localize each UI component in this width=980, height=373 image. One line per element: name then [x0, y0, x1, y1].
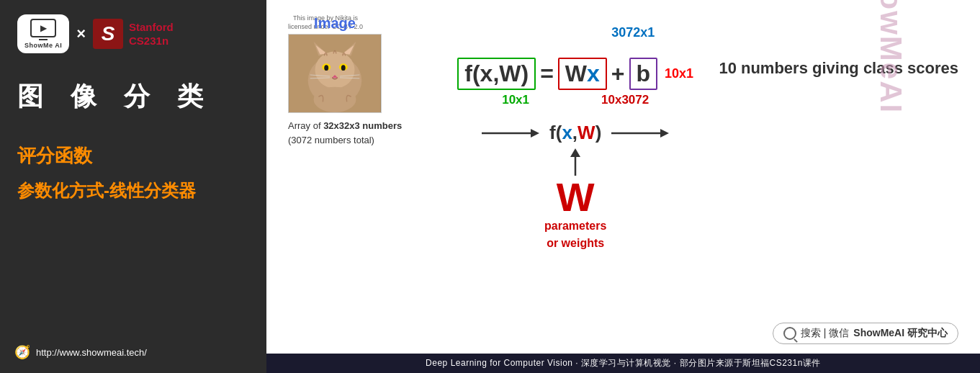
func-box: f(x,W) [539, 117, 611, 148]
svg-marker-22 [570, 148, 580, 157]
formula-Wx: Wx [558, 58, 607, 90]
formula-eq: = [540, 60, 554, 87]
formula-plus: + [611, 60, 625, 87]
flow-row: f(x,W) [482, 117, 669, 148]
arrow-up [568, 148, 583, 177]
output-section: 10 numbers giving class scores [719, 14, 958, 80]
stanford-logo: S StanfordCS231n [93, 19, 174, 49]
w-part: W [577, 122, 595, 143]
footer-bar: Deep Learning for Computer Vision · 深度学习… [266, 354, 980, 373]
search-bar[interactable]: 搜索 | 微信 ShowMeAI 研究中心 [773, 323, 958, 344]
stanford-s-letter: S [93, 19, 123, 49]
sidebar: ▶ ShowMe AI × S StanfordCS231n 图 像 分 类 评… [0, 0, 266, 373]
sub-green: 10x1 [502, 93, 529, 107]
output-text: 10 numbers giving class scores [719, 58, 958, 80]
sub-labels: 10x1 10x3072 [502, 93, 649, 107]
arrow-to-output [611, 126, 669, 140]
navigation-icon: 🧭 [14, 344, 30, 360]
main-area: This image by Nikita is licensed under C… [288, 14, 958, 366]
search-label: 搜索 | 微信 [801, 327, 849, 340]
section-labels: 评分函数 参数化方式-线性分类器 [17, 143, 249, 203]
image-wrapper: Image [288, 34, 382, 113]
search-icon [783, 327, 796, 340]
image-caption: Array of 32x32x3 numbers (3072 numbers t… [288, 119, 402, 147]
image-section: This image by Nikita is licensed under C… [288, 14, 432, 147]
sub-red: 10x3072 [601, 93, 649, 107]
svg-point-2 [315, 52, 355, 89]
cat-image [288, 34, 382, 113]
linear-classifier-label: 参数化方式-线性分类器 [17, 179, 249, 203]
x-in-formula: x [587, 60, 600, 86]
showmeai-brand-text: ShowMe AI [24, 42, 62, 49]
svg-point-9 [324, 66, 328, 71]
w-params-section: W parameters or weights [544, 148, 606, 252]
stanford-text: StanfordCS231n [129, 20, 174, 48]
footer-text: Deep Learning for Computer Vision · 深度学习… [426, 358, 821, 368]
formula-section: 3072x1 f(x,W) = Wx + b 10x1 10x1 10x3072 [446, 14, 704, 252]
main-content: ShowMeAI This image by Nikita is license… [266, 0, 980, 373]
svg-point-16 [314, 87, 356, 112]
monitor-icon: ▶ [30, 19, 56, 37]
svg-marker-18 [531, 129, 539, 138]
showmeai-logo: ▶ ShowMe AI [17, 14, 69, 53]
logo-area: ▶ ShowMe AI × S StanfordCS231n [17, 14, 249, 53]
score-function-label: 评分函数 [17, 143, 249, 168]
search-brand: ShowMeAI 研究中心 [853, 327, 948, 340]
formula-b: b [629, 58, 658, 90]
x-part: x [562, 122, 572, 143]
image-label: Image [314, 15, 356, 32]
w-big-letter: W [557, 177, 595, 217]
formula-fx: f(x,W) [457, 58, 536, 90]
svg-marker-20 [660, 129, 669, 138]
params-text: parameters or weights [544, 217, 606, 252]
main-formula: f(x,W) = Wx + b 10x1 [457, 58, 693, 90]
formula-10x1-red: 10x1 [665, 66, 693, 81]
func-center-flow: f(x,W) [539, 117, 611, 148]
caption-bold: 32x32x3 numbers [323, 120, 402, 131]
arrow-from-image [482, 126, 539, 140]
website-row: 🧭 http://www.showmeai.tech/ [14, 344, 147, 360]
title-section: 图 像 分 类 [17, 79, 249, 114]
website-url: http://www.showmeai.tech/ [36, 347, 147, 358]
dim-3072x1: 3072x1 [611, 25, 655, 40]
cross-symbol: × [76, 24, 86, 43]
chinese-title: 图 像 分 类 [17, 81, 213, 111]
svg-point-10 [341, 66, 346, 71]
